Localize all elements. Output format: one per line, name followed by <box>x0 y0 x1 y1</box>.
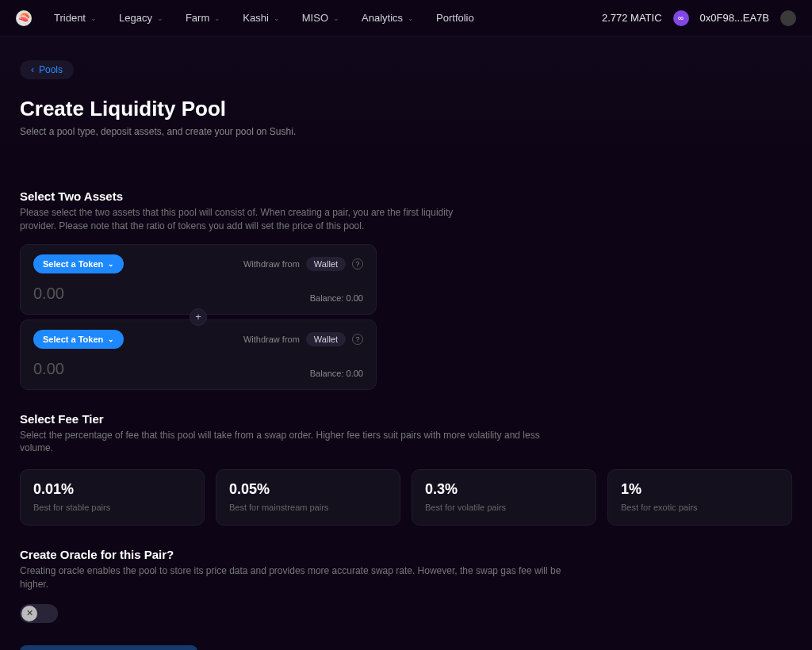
fee-tier-1[interactable]: 1%Best for exotic pairs <box>607 469 792 526</box>
back-label: Pools <box>39 64 63 75</box>
nav-item-kashi[interactable]: Kashi⌄ <box>243 12 280 24</box>
select-token-a-button[interactable]: Select a Token ⌄ <box>33 254 124 273</box>
fee-tier-percent: 1% <box>621 481 779 498</box>
assets-section-desc: Please select the two assets that this p… <box>20 206 464 233</box>
wallet-balance: 2.772 MATIC <box>602 12 662 24</box>
fee-tier-desc: Best for mainstream pairs <box>229 503 387 512</box>
chevron-down-icon: ⌄ <box>108 260 114 268</box>
withdraw-source-b[interactable]: Wallet <box>306 332 346 346</box>
fee-tier-0.05[interactable]: 0.05%Best for mainstream pairs <box>216 469 400 526</box>
fee-tier-desc: Best for exotic pairs <box>621 503 779 512</box>
nav-item-analytics[interactable]: Analytics⌄ <box>362 12 414 24</box>
select-tokens-button[interactable]: Select tokens <box>20 645 197 650</box>
withdraw-from-label: Withdraw from <box>243 335 300 344</box>
chevron-down-icon: ⌄ <box>214 14 220 22</box>
withdraw-from-label: Withdraw from <box>243 259 300 269</box>
fee-section-desc: Select the percentage of fee that this p… <box>20 429 575 456</box>
fee-tier-desc: Best for stable pairs <box>33 503 191 512</box>
chevron-left-icon: ‹ <box>31 64 34 75</box>
fee-tier-percent: 0.01% <box>33 481 191 498</box>
help-icon[interactable]: ? <box>352 334 363 345</box>
nav-item-farm[interactable]: Farm⌄ <box>186 12 220 24</box>
wallet-address[interactable]: 0x0F98...EA7B <box>700 12 769 24</box>
nav-item-trident[interactable]: Trident⌄ <box>54 12 97 24</box>
fee-tier-percent: 0.05% <box>229 481 387 498</box>
balance-a: Balance: 0.00 <box>310 293 363 303</box>
asset-input-b: Select a Token ⌄ Withdraw from Wallet ? … <box>20 319 377 390</box>
oracle-section-title: Create Oracle for this Pair? <box>20 548 792 561</box>
fee-tier-0.3[interactable]: 0.3%Best for volatile pairs <box>412 469 596 526</box>
select-token-b-button[interactable]: Select a Token ⌄ <box>33 330 124 349</box>
fee-section-title: Select Fee Tier <box>20 412 792 426</box>
avatar[interactable] <box>780 10 796 26</box>
amount-input-a[interactable]: 0.00 <box>33 285 64 303</box>
chevron-down-icon: ⌄ <box>108 335 114 343</box>
amount-input-b[interactable]: 0.00 <box>33 360 64 378</box>
chevron-down-icon: ⌄ <box>90 14 97 22</box>
close-icon: ✕ <box>21 606 37 621</box>
fee-tier-desc: Best for volatile pairs <box>425 503 583 512</box>
app-logo[interactable]: 🍣 <box>16 10 32 26</box>
chain-icon[interactable]: ∞ <box>673 10 689 26</box>
asset-input-a: Select a Token ⌄ Withdraw from Wallet ? … <box>20 244 377 315</box>
chevron-down-icon: ⌄ <box>157 14 163 22</box>
withdraw-source-a[interactable]: Wallet <box>306 257 346 271</box>
chevron-down-icon: ⌄ <box>274 14 280 22</box>
page-title: Create Liquidity Pool <box>20 97 792 121</box>
oracle-toggle[interactable]: ✕ <box>20 604 58 623</box>
plus-icon: + <box>190 308 207 326</box>
chevron-down-icon: ⌄ <box>333 14 339 22</box>
balance-b: Balance: 0.00 <box>310 369 363 378</box>
help-icon[interactable]: ? <box>352 258 363 270</box>
page-subtitle: Select a pool type, deposit assets, and … <box>20 126 792 137</box>
fee-tier-percent: 0.3% <box>425 481 583 498</box>
nav-item-portfolio[interactable]: Portfolio <box>436 12 474 24</box>
fee-tier-0.01[interactable]: 0.01%Best for stable pairs <box>20 469 205 526</box>
oracle-section-desc: Creating oracle enables the pool to stor… <box>20 564 591 591</box>
chevron-down-icon: ⌄ <box>408 14 414 22</box>
assets-section-title: Select Two Assets <box>20 189 792 203</box>
back-to-pools[interactable]: ‹ Pools <box>20 60 74 79</box>
nav-item-legacy[interactable]: Legacy⌄ <box>119 12 163 24</box>
nav-item-miso[interactable]: MISO⌄ <box>302 12 339 24</box>
